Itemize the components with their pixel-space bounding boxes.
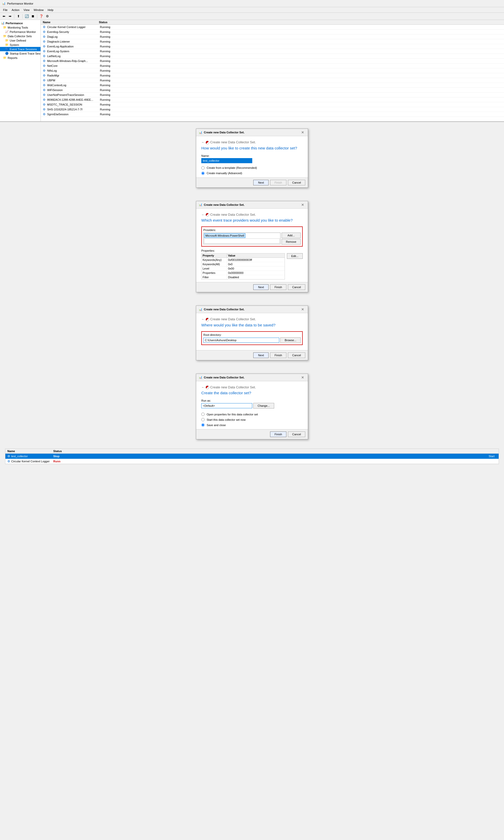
list-row[interactable]: ⚙ NtfsLog Running — [41, 68, 504, 73]
dialog4-close-button[interactable]: ✕ — [300, 375, 305, 380]
root-dir-browse-button[interactable]: Browse... — [280, 337, 301, 343]
dialog1-manual-radio[interactable] — [201, 172, 204, 175]
list-row[interactable]: ⚙ SgrmEtwSession Running — [41, 112, 504, 117]
dialog4-open-props-option[interactable]: Open properties for this data collector … — [201, 413, 303, 416]
dialog1-template-radio[interactable] — [201, 166, 204, 170]
list-row[interactable]: ⚙ WdiContextLog Running — [41, 83, 504, 88]
prop-cell-name: Filter — [201, 275, 227, 279]
dialog1-cancel-button[interactable]: Cancel — [288, 180, 305, 186]
sidebar-item-system[interactable]: 📁System — [0, 42, 40, 47]
dialog4-save-close-option[interactable]: Save and close — [201, 423, 303, 427]
dialog1-back-label: Create new Data Collector Set. — [210, 140, 256, 144]
dialog4-finish-button[interactable]: Finish — [270, 432, 286, 437]
dialog2-next-button[interactable]: Next — [253, 284, 269, 290]
sidebar-item-event-trace-sessions[interactable]: 🔵Event Trace Sessions — [0, 47, 40, 51]
list-row[interactable]: ⚙ EventLog-System Running — [41, 49, 504, 54]
props-button[interactable]: ⚙ — [44, 14, 50, 19]
dialog3-finish-button[interactable]: Finish — [270, 352, 286, 358]
list-row[interactable]: ⚙ LwtNetLog Running — [41, 54, 504, 59]
list-row[interactable]: ⚙ Circular Kernel Context Logger Running — [41, 25, 504, 30]
start-badge[interactable]: Start — [487, 454, 497, 458]
bottom-list-row[interactable]: ⚙ Circular Kernel Context Logger Runn — [5, 459, 499, 464]
provider-item[interactable]: Microsoft-Windows-PowerShell — [204, 233, 245, 238]
dialog2-close-button[interactable]: ✕ — [300, 203, 305, 207]
dialog1-finish-button[interactable]: Finish — [270, 180, 286, 186]
sidebar-item-reports[interactable]: 📁Reports — [0, 56, 40, 60]
back-button[interactable]: ⬅ — [1, 14, 7, 19]
dialog1-close-button[interactable]: ✕ — [300, 130, 305, 134]
list-row[interactable]: ⚙ RadioMgr Running — [41, 73, 504, 78]
dialog4-start-now-option[interactable]: Start this data collector set now — [201, 418, 303, 421]
dialog4-back-button[interactable]: ← Create new Data Collector Set. — [201, 385, 256, 389]
dialog2-cancel-button[interactable]: Cancel — [288, 284, 305, 290]
sidebar-item-data-collector-sets[interactable]: 📁Data Collector Sets — [0, 34, 40, 38]
prop-col-property: Property — [201, 253, 227, 258]
menu-file[interactable]: File — [1, 8, 10, 12]
row-icon: ⚙ — [43, 108, 46, 111]
menu-window[interactable]: Window — [32, 8, 46, 12]
list-row[interactable]: ⚙ SHS-10162024-185214-7-7f Running — [41, 107, 504, 112]
menu-help[interactable]: Help — [46, 8, 56, 12]
dialog1-template-option[interactable]: Create from a template (Recommended) — [201, 166, 303, 170]
dialog3-close-button[interactable]: ✕ — [300, 307, 305, 311]
providers-remove-button[interactable]: Remove — [282, 239, 301, 245]
list-row-name: ⚙ Microsoft-Windows-Rdp-Graph... — [43, 59, 99, 63]
sidebar-item-performance-monitor[interactable]: 📈Performance Monitor — [0, 30, 40, 34]
dialog4-start-now-radio[interactable] — [201, 418, 204, 421]
list-row[interactable]: ⚙ UserNotPresentTraceSession Running — [41, 92, 504, 98]
app-icon: 📊 — [2, 2, 6, 5]
dialog3-cancel-button[interactable]: Cancel — [288, 352, 305, 358]
providers-add-button[interactable]: Add... — [282, 232, 301, 238]
sidebar-item-performance[interactable]: 📊Performance — [0, 21, 40, 25]
dialog3-titlebar-text: Create new Data Collector Set. — [204, 308, 245, 311]
list-row[interactable]: ⚙ UBPM Running — [41, 78, 504, 83]
up-button[interactable]: ⬆ — [16, 14, 21, 19]
dialog1-name-input[interactable] — [201, 158, 252, 163]
bottom-list-row[interactable]: ⚙ test_collector Stop Start — [5, 454, 499, 459]
dialog3-next-button[interactable]: Next — [253, 352, 269, 358]
help-button[interactable]: ❓ — [38, 14, 44, 19]
dialog1-back-button[interactable]: ← Create new Data Collector Set. — [201, 140, 256, 144]
sidebar-item-startup-event[interactable]: 🔵Startup Event Trace Sess... — [0, 51, 40, 56]
prop-cell-name: Keywords(All) — [201, 262, 227, 266]
list-row[interactable]: ⚙ Eventlog-Security Running — [41, 30, 504, 34]
refresh-button[interactable]: 🔄 — [24, 14, 30, 19]
list-row[interactable]: ⚙ DiagLog Running — [41, 34, 504, 39]
dialog2-back-button[interactable]: ← Create new Data Collector Set. — [201, 213, 256, 217]
dialog3-container: 📊 Create new Data Collector Set. ✕ ← Cre… — [0, 299, 504, 367]
dialog1-next-button[interactable]: Next — [253, 180, 269, 186]
root-dir-input[interactable] — [203, 338, 279, 343]
dialog3-back-button[interactable]: ← Create new Data Collector Set. — [201, 317, 256, 321]
dialog1-template-label: Create from a template (Recommended) — [206, 166, 257, 169]
dialog4-cancel-button[interactable]: Cancel — [288, 432, 305, 437]
properties-edit-button[interactable]: Edit... — [287, 253, 303, 259]
dialog1-manual-option[interactable]: Create manually (Advanced) — [201, 172, 303, 175]
dialog4-save-close-radio[interactable] — [201, 423, 204, 427]
list-row-name: ⚙ Circular Kernel Context Logger — [43, 25, 99, 29]
list-row[interactable]: ⚙ MSDTC_TRACE_SESSION Running — [41, 102, 504, 107]
sidebar-item-user-defined[interactable]: 📁User Defined — [0, 38, 40, 42]
menu-action[interactable]: Action — [10, 8, 22, 12]
prop-row: Keywords(Any) 0xf001000000003ff — [201, 258, 285, 262]
dialog4-open-props-radio[interactable] — [201, 413, 204, 416]
stop-button[interactable]: ⏹ — [30, 14, 36, 19]
dialog1-question: How would you like to create this new da… — [201, 146, 303, 150]
dialog4-run-as-input[interactable] — [201, 403, 252, 408]
list-row[interactable]: ⚙ WiFiSession Running — [41, 88, 504, 92]
menu-view[interactable]: View — [21, 8, 32, 12]
list-row[interactable]: ⚙ Microsoft-Windows-Rdp-Graph... Running — [41, 59, 504, 64]
row-icon: ⚙ — [43, 54, 46, 58]
list-row[interactable]: ⚙ EventLog-Application Running — [41, 44, 504, 49]
list-row[interactable]: ⚙ 8696EAC4-1288-4288-A4EE-49EE... Runnin… — [41, 98, 504, 102]
dialog4-change-button[interactable]: Change... — [253, 403, 274, 408]
list-row[interactable]: ⚙ NetCore Running — [41, 64, 504, 68]
sidebar-icon-event-trace-sessions: 🔵 — [5, 48, 9, 51]
dialog2-finish-button[interactable]: Finish — [270, 284, 286, 290]
toolbar: ⬅ ➡ ⬆ 🔄 ⏹ ❓ ⚙ — [0, 13, 504, 20]
dialog4-back-label: Create new Data Collector Set. — [210, 385, 256, 389]
list-row-status: Running — [100, 88, 502, 91]
list-row[interactable]: ⚙ Diagtrack-Listener Running — [41, 39, 504, 44]
sidebar-item-monitoring-tools[interactable]: 📁Monitoring Tools — [0, 25, 40, 30]
forward-button[interactable]: ➡ — [7, 14, 13, 19]
dialog2-titlebar-icon: 📊 — [199, 203, 202, 206]
